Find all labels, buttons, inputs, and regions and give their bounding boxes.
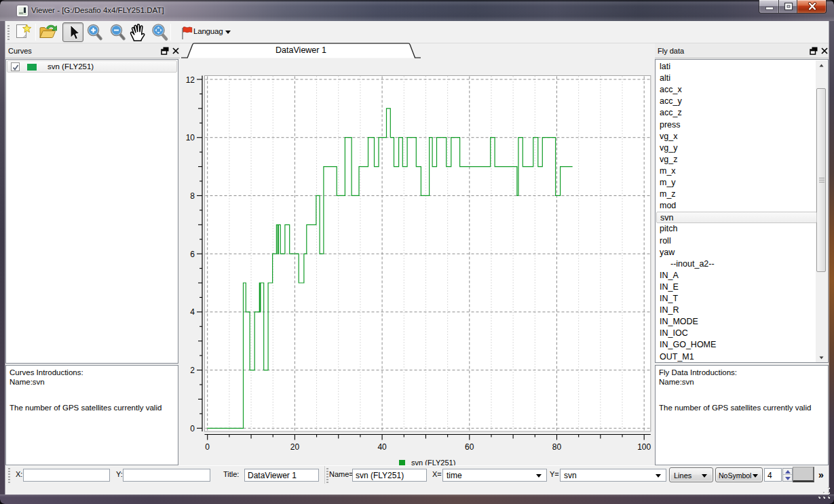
combo-arrow-icon — [702, 474, 707, 478]
close-button[interactable] — [797, 0, 827, 14]
spin-up-button[interactable] — [783, 469, 792, 475]
scroll-down-arrow-icon — [820, 357, 824, 360]
curves-dock-float-button[interactable] — [161, 47, 169, 55]
flydata-item-OUT_M1[interactable]: OUT_M1 — [656, 351, 817, 363]
linewidth-spinbox[interactable]: 4 — [764, 468, 782, 482]
curves-intro-panel: Curves Introductions: Name:svn The numbe… — [5, 365, 178, 465]
flydata-item-mod[interactable]: mod — [656, 200, 817, 212]
flydata-item-pitch[interactable]: pitch — [656, 223, 817, 235]
y-coord-input[interactable] — [123, 469, 210, 482]
combo-arrow-icon — [536, 474, 542, 478]
curve-checkbox[interactable] — [11, 62, 20, 71]
toolbar-overflow-chevron[interactable]: » — [818, 469, 824, 480]
scrollbar-up-button[interactable] — [816, 60, 827, 71]
flydata-item-IN_T[interactable]: IN_T — [656, 293, 817, 305]
flydata-item-vg_y[interactable]: vg_y — [656, 142, 817, 154]
color-button[interactable] — [793, 467, 814, 482]
flydata-dock-close-button[interactable] — [820, 47, 829, 55]
flydata-item-svn[interactable]: svn — [656, 212, 817, 223]
zoom-extent-button[interactable] — [151, 23, 170, 42]
bottom-toolbar-handle[interactable] — [8, 468, 10, 483]
svg-text:2: 2 — [190, 366, 195, 375]
minimize-button[interactable] — [759, 0, 779, 14]
flydata-item-yaw[interactable]: yaw — [656, 247, 817, 258]
flydata-item-press[interactable]: press — [656, 119, 817, 131]
svg-text:4: 4 — [190, 307, 195, 317]
close-x-icon — [173, 48, 178, 54]
yaxis-combobox[interactable]: svn — [560, 469, 666, 482]
xaxis-label: X= — [432, 470, 442, 478]
chart-legend[interactable]: svn (FLY251) — [204, 456, 650, 465]
zoom-out-button[interactable] — [109, 23, 128, 42]
toolbar-handle[interactable] — [7, 25, 10, 40]
name-label: Name= — [329, 470, 354, 478]
flydata-item-m_y[interactable]: m_y — [656, 177, 817, 189]
svg-text:0: 0 — [190, 424, 195, 433]
language-dropdown-arrow-icon — [225, 31, 231, 34]
curves-dock-titlebar: Curves — [5, 43, 180, 58]
svg-text:40: 40 — [377, 442, 387, 452]
flydata-intro-name: Name:svn — [659, 378, 694, 386]
flydata-scrollbar[interactable] — [816, 60, 827, 363]
xaxis-combobox[interactable]: time — [442, 469, 547, 482]
svg-text:0: 0 — [205, 442, 210, 452]
app-icon[interactable] — [17, 5, 28, 16]
flydata-item-acc_z[interactable]: acc_z — [656, 107, 817, 119]
maximize-button[interactable] — [778, 0, 797, 14]
flydata-item-acc_y[interactable]: acc_y — [656, 96, 817, 107]
x-coord-input[interactable] — [23, 469, 110, 482]
new-file-button[interactable] — [15, 23, 34, 42]
titlebar[interactable]: Viewer - [G:/Desafio 4x4/FLY251.DAT] — [0, 0, 834, 21]
bottom-toolbar-handle-2[interactable] — [326, 468, 328, 483]
title-input[interactable]: DataViewer 1 — [244, 469, 319, 482]
flydata-item-vg_z[interactable]: vg_z — [656, 154, 817, 166]
flydata-item-roll[interactable]: roll — [656, 235, 817, 247]
symbol-combobox[interactable]: NoSymbol — [715, 467, 763, 482]
flydata-item-lati[interactable]: lati — [656, 61, 817, 73]
tab-dataviewer-label[interactable]: DataViewer 1 — [187, 45, 415, 55]
flydata-item-m_z[interactable]: m_z — [656, 189, 817, 200]
flydata-item-IN_E[interactable]: IN_E — [656, 282, 817, 293]
scrollbar-down-button[interactable] — [816, 352, 827, 363]
scrollbar-thumb[interactable] — [816, 88, 826, 272]
zoom-in-button[interactable] — [86, 23, 105, 42]
curve-color-swatch — [27, 64, 37, 71]
combo-arrow-icon — [656, 474, 661, 478]
flydata-item-IN_R[interactable]: IN_R — [656, 305, 817, 316]
close-x-icon — [822, 48, 827, 54]
flydata-item-vg_x[interactable]: vg_x — [656, 131, 817, 142]
open-file-button[interactable] — [38, 23, 57, 42]
flydata-item-alti[interactable]: alti — [656, 73, 817, 84]
curves-dock-title: Curves — [8, 47, 32, 55]
pan-hand-button[interactable] — [129, 23, 148, 42]
curves-intro-title: Curves Introductions: — [10, 368, 83, 376]
svg-text:80: 80 — [552, 442, 562, 452]
app-icon-mark — [24, 7, 26, 13]
spin-down-button[interactable] — [783, 476, 792, 482]
resize-grip[interactable] — [817, 486, 833, 502]
toolbar-separator-1 — [35, 24, 36, 41]
curves-dock-close-button[interactable] — [172, 47, 180, 55]
flydata-item-acc_x[interactable]: acc_x — [656, 84, 817, 96]
flydata-dock-float-button[interactable] — [810, 47, 818, 55]
flydata-item-m_x[interactable]: m_x — [656, 166, 817, 177]
svg-text:60: 60 — [465, 442, 474, 452]
name-input[interactable]: svn (FLY251) — [352, 469, 427, 482]
flydata-intro-panel: Fly Data Introductions: Name:svn The num… — [655, 365, 829, 465]
bottom-toolbar-separator — [324, 466, 325, 484]
curve-list-item[interactable]: svn (FLY251) — [7, 60, 177, 73]
pointer-tool-button[interactable] — [62, 22, 83, 42]
language-label: Languag — [193, 27, 223, 35]
flydata-item-IN_MODE[interactable]: IN_MODE — [656, 316, 817, 328]
linestyle-combobox[interactable]: Lines — [669, 467, 713, 482]
flydata-item-IN_IOC[interactable]: IN_IOC — [656, 328, 817, 339]
svg-text:8: 8 — [190, 191, 195, 201]
title-label: Title: — [223, 470, 239, 478]
flydata-item---inout_a2--[interactable]: --inout_a2-- — [656, 258, 817, 270]
chart[interactable]: 024681012020406080100 — [181, 58, 653, 465]
svg-text:10: 10 — [186, 133, 195, 142]
flydata-item-IN_A[interactable]: IN_A — [656, 270, 817, 282]
window-title: Viewer - [G:/Desafio 4x4/FLY251.DAT] — [31, 0, 164, 21]
flydata-item-IN_GO_HOME[interactable]: IN_GO_HOME — [656, 339, 817, 351]
scroll-up-arrow-icon — [820, 64, 824, 67]
